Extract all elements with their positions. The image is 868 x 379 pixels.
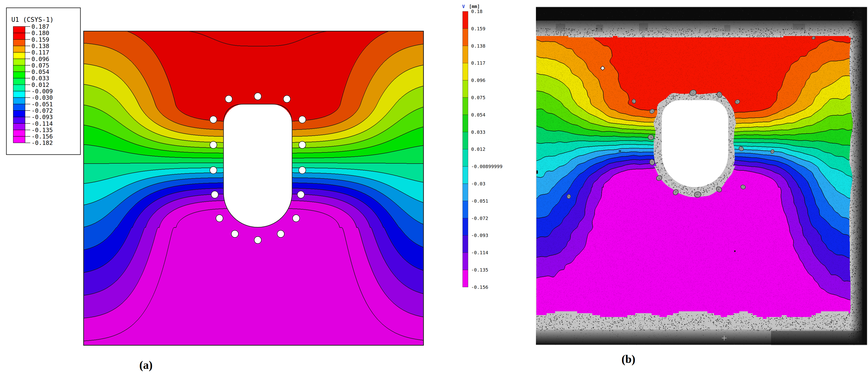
legend-tick-label: 0.159 (31, 36, 49, 43)
legend-tick-label: 0.033 (31, 75, 49, 82)
colorbar-tick-label: 0.096 (471, 78, 485, 83)
colorbar-tick-label: 0.159 (471, 26, 485, 31)
legend-tick-label: 0.138 (31, 42, 49, 50)
legend-items: 0.1870.1800.1590.1380.1170.0960.0750.054… (13, 23, 53, 146)
legend-tick-label: 0.117 (31, 49, 49, 56)
colorbar-title-unit: [mm] (469, 4, 480, 9)
panel-b-caption: (b) (622, 352, 636, 366)
legend-tick-label: -0.182 (31, 140, 53, 146)
colorbar-tick-label: 0.054 (471, 112, 485, 118)
colorbar-tick-label: -0.03 (471, 181, 485, 186)
colorbar-band (463, 63, 468, 80)
panel-a-legend: U1 (CSYS-1) 0.1870.1800.1590.1380.1170.0… (0, 0, 85, 166)
colorbar-band (463, 235, 468, 253)
legend-tick-label: -0.135 (31, 127, 53, 134)
colorbar-items: 0.180.1590.1380.1170.0960.0750.0540.0330… (463, 8, 502, 290)
colorbar-tick-label: -0.156 (471, 284, 488, 290)
legend-swatch (13, 65, 25, 72)
legend-swatch (13, 33, 25, 39)
colorbar-tick-label: 0.138 (471, 43, 485, 49)
panel-a-caption: (a) (139, 358, 153, 372)
legend-swatch (13, 46, 25, 52)
colorbar-tick-label: 0.033 (471, 129, 485, 135)
colorbar-band (463, 167, 468, 184)
legend-swatch (13, 52, 25, 59)
legend-tick-label: -0.114 (31, 120, 53, 127)
legend-swatch (13, 59, 25, 65)
colorbar-band (463, 29, 468, 46)
colorbar-tick-label: -0.051 (471, 198, 488, 204)
legend-swatch (13, 117, 25, 123)
colorbar-tick-label: -0.114 (471, 250, 488, 256)
legend-swatch (13, 136, 25, 143)
legend-tick-label: 0.180 (31, 30, 49, 36)
colorbar-title-v: V (462, 4, 465, 9)
panel-a-contour-canvas (83, 31, 424, 346)
legend-swatch (13, 39, 25, 46)
panel-b-colorbar: V [mm] 0.180.1590.1380.1170.0960.0750.05… (458, 0, 532, 315)
colorbar-band (463, 149, 468, 167)
colorbar-tick-label: -0.072 (471, 215, 488, 221)
colorbar-band (463, 132, 468, 149)
legend-tick-label: 0.096 (31, 56, 49, 62)
legend-tick-label: -0.051 (31, 101, 53, 108)
legend-swatch (13, 130, 25, 136)
colorbar-tick-label: 0.117 (471, 60, 485, 66)
legend-swatch (13, 91, 25, 97)
colorbar-band (463, 201, 468, 218)
legend-tick-label: 0.012 (31, 82, 49, 88)
colorbar-band (463, 80, 468, 97)
legend-swatch (13, 123, 25, 130)
legend-tick-label: -0.156 (31, 133, 53, 140)
figure-root: U1 (CSYS-1) 0.1870.1800.1590.1380.1170.0… (0, 0, 868, 379)
legend-tick-label: -0.009 (31, 88, 53, 95)
colorbar-tick-label: -0.135 (471, 267, 488, 273)
panel-b-photo-canvas (536, 7, 867, 345)
legend-tick-label: 0.187 (31, 23, 49, 30)
legend-swatch (13, 97, 25, 104)
legend-tick-label: 0.054 (31, 68, 49, 75)
legend-tick-label: -0.030 (31, 94, 53, 101)
colorbar-band (463, 253, 468, 270)
legend-swatch (13, 27, 25, 33)
colorbar-band (463, 270, 468, 287)
colorbar-title: V [mm] (462, 4, 480, 9)
colorbar-tick-label: 0.18 (471, 8, 483, 14)
colorbar-band (463, 11, 468, 29)
colorbar-tick-label: 0.012 (471, 146, 485, 152)
legend-tick-label: -0.093 (31, 114, 53, 120)
colorbar-tick-label: -0.093 (471, 232, 488, 238)
colorbar-band (463, 115, 468, 132)
legend-title: U1 (CSYS-1) (11, 16, 54, 23)
colorbar-tick-label: 0.075 (471, 95, 485, 100)
legend-tick-label: 0.075 (31, 62, 49, 69)
legend-swatch (13, 111, 25, 117)
legend-tick-label: -0.072 (31, 107, 53, 114)
colorbar-band (463, 218, 468, 236)
colorbar-band (463, 184, 468, 201)
legend-swatch (13, 104, 25, 111)
legend-swatch (13, 85, 25, 91)
colorbar-band (463, 97, 468, 115)
legend-swatch (13, 78, 25, 85)
colorbar-band (463, 46, 468, 63)
colorbar-tick-label: -0.00899999 (471, 164, 502, 169)
legend-swatch (13, 72, 25, 78)
